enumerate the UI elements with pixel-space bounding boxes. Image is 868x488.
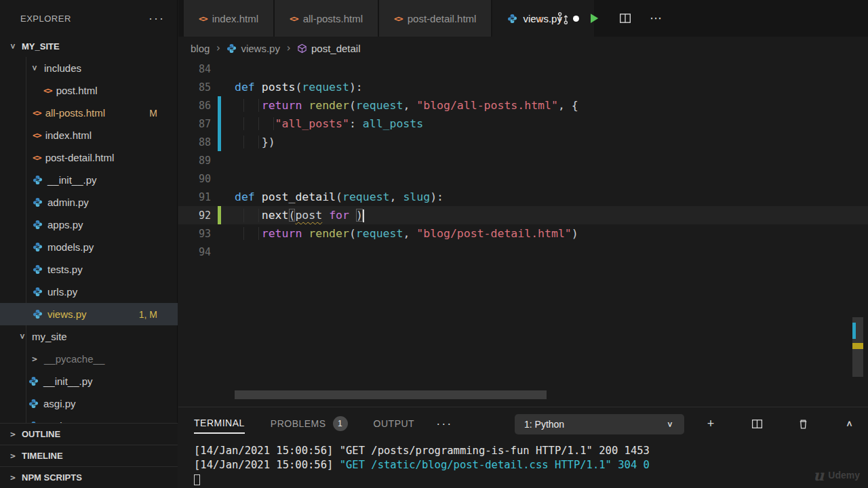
breadcrumb: blog›views.py›post_detail	[178, 37, 868, 60]
breadcrumb-item-blog[interactable]: blog	[191, 43, 210, 54]
panel-tab-problems[interactable]: PROBLEMS1	[271, 412, 348, 435]
code-line-91[interactable]: 91def post_detail(request, slug):	[178, 188, 868, 206]
tree-item-label: admin.py	[47, 197, 89, 208]
explorer-title: EXPLORER	[20, 14, 71, 24]
tree-item-models-py[interactable]: models.py	[0, 236, 178, 258]
split-terminal-button[interactable]	[749, 414, 764, 433]
code-token	[235, 227, 262, 240]
tab-all-posts-html[interactable]: <>all-posts.html	[275, 0, 378, 37]
code-line-93[interactable]: 93 return render(request, "blog/post-det…	[178, 224, 868, 243]
code-token: render	[309, 227, 349, 240]
sidebar-section-timeline[interactable]: >TIMELINE	[0, 445, 178, 466]
code-line-84[interactable]: 84	[178, 60, 868, 78]
breadcrumb-label: blog	[191, 43, 210, 54]
horizontal-scrollbar[interactable]	[235, 390, 547, 399]
tree-item-my-site[interactable]: >my_site	[0, 325, 178, 348]
tab-overflow-chevron-icon: ‹	[538, 11, 549, 26]
panel-icon-buttons: + > ×	[703, 414, 868, 433]
line-number: 87	[178, 118, 211, 130]
code-line-85[interactable]: 85def posts(request):	[178, 78, 868, 96]
code-line-90[interactable]: 90	[178, 169, 868, 188]
git-gutter-modified-bar	[218, 96, 221, 115]
code-line-92[interactable]: 92 next(post for )	[178, 206, 868, 224]
code-line-87[interactable]: 87 "all_posts": all_posts	[178, 115, 868, 133]
workspace-root-label: MY_SITE	[22, 41, 60, 52]
code-editor[interactable]: 8485def posts(request):86 return render(…	[178, 60, 868, 407]
more-actions-button[interactable]: ⋯	[648, 9, 665, 27]
code-token: all_posts	[363, 117, 423, 130]
workspace-root-row[interactable]: > MY_SITE	[0, 37, 177, 56]
terminal-line: [14/Jan/2021 15:00:56] "GET /static/blog…	[194, 458, 868, 472]
code-token: ,	[390, 190, 403, 203]
tree-item-tests-py[interactable]: tests.py	[0, 258, 178, 281]
kill-terminal-button[interactable]	[795, 414, 810, 433]
tab-post-detail-html[interactable]: <>post-detail.html	[379, 0, 491, 37]
chevron-right-icon: >	[8, 472, 18, 483]
tree-item-post-html[interactable]: <>post.html	[0, 79, 178, 102]
tree-item-urls-py[interactable]: urls.py	[0, 281, 178, 303]
terminal-timestamp: [14/Jan/2021 15:00:56]	[194, 459, 340, 471]
code-token: )	[356, 209, 363, 222]
code-content: return render(request, "blog/all-posts.h…	[235, 99, 578, 112]
bottom-panel: TERMINALPROBLEMS1OUTPUT··· 1: Python > +	[178, 407, 868, 488]
breadcrumb-item-views-py[interactable]: views.py	[226, 43, 280, 54]
chevron-down-icon: >	[18, 332, 28, 342]
code-token: , {	[558, 99, 578, 112]
panel-tab-output[interactable]: OUTPUT	[374, 414, 415, 433]
code-token: ):	[349, 81, 363, 94]
sidebar-section-npm-scripts[interactable]: >NPM SCRIPTS	[0, 466, 178, 488]
git-gutter-empty	[218, 60, 221, 78]
code-token: request	[356, 227, 403, 240]
indent-guide	[258, 99, 259, 112]
breadcrumb-item-post-detail[interactable]: post_detail	[297, 43, 361, 54]
explorer-more-icon[interactable]: ···	[149, 12, 165, 26]
code-token: post	[295, 209, 322, 222]
chevron-right-icon: >	[30, 354, 39, 364]
python-icon	[33, 309, 43, 319]
tab-index-html[interactable]: <>index.html	[184, 0, 273, 37]
open-changes-icon[interactable]	[554, 9, 572, 27]
terminal-output[interactable]: [14/Jan/2021 15:00:56] "GET /posts/progr…	[178, 440, 868, 487]
indent-guide	[258, 136, 259, 148]
breadcrumb-label: views.py	[241, 43, 280, 54]
code-line-89[interactable]: 89	[178, 151, 868, 169]
tree-item-all-posts-html[interactable]: <>all-posts.htmlM	[0, 102, 178, 124]
code-token: post_detail	[262, 190, 336, 203]
tree-item-label: tests.py	[47, 264, 83, 275]
panel-tab-terminal[interactable]: TERMINAL	[194, 413, 245, 434]
tree-item-asgi-py[interactable]: asgi.py	[0, 392, 178, 415]
code-line-86[interactable]: 86 return render(request, "blog/all-post…	[178, 96, 868, 115]
git-gutter-empty	[218, 151, 221, 169]
indent-guide	[258, 209, 259, 222]
panel-more-icon[interactable]: ···	[436, 417, 452, 431]
tree-item-index-html[interactable]: <>index.html	[0, 124, 178, 146]
git-gutter-added-bar	[218, 206, 221, 224]
tab-bar: <>index.html<>all-posts.html<>post-detai…	[178, 0, 868, 37]
run-python-button[interactable]	[585, 9, 603, 27]
udemy-watermark: u Udemy	[813, 466, 860, 484]
tree-item--init-py[interactable]: __init__.py	[0, 169, 178, 191]
tree-item-views-py[interactable]: views.py1, M	[0, 303, 178, 325]
tree-item-label: asgi.py	[43, 398, 76, 409]
code-token: :	[349, 117, 363, 130]
tree-item-admin-py[interactable]: admin.py	[0, 191, 178, 214]
tree-item-apps-py[interactable]: apps.py	[0, 214, 178, 236]
maximize-panel-button[interactable]: >	[840, 416, 859, 431]
code-token: })	[262, 136, 275, 148]
code-token: (	[349, 227, 356, 240]
terminal-message: "GET /static/blog/post-detail.css HTTP/1…	[340, 459, 650, 471]
new-terminal-button[interactable]: +	[703, 414, 718, 433]
tree-item-includes[interactable]: >includes	[0, 57, 178, 79]
tree-item--init-py[interactable]: __init__.py	[0, 370, 178, 392]
code-line-88[interactable]: 88 })	[178, 133, 868, 151]
tab-label: all-posts.html	[303, 13, 363, 24]
tab-label: index.html	[212, 13, 258, 24]
python-icon	[226, 43, 237, 54]
tree-item--pycache-[interactable]: >__pycache__	[0, 348, 178, 370]
tree-item-post-detail-html[interactable]: <>post-detail.html	[0, 146, 178, 169]
line-number: 84	[178, 63, 211, 75]
terminal-shell-select[interactable]: 1: Python >	[515, 414, 684, 434]
sidebar-section-outline[interactable]: >OUTLINE	[0, 423, 178, 445]
split-editor-button[interactable]	[616, 9, 634, 27]
code-line-94[interactable]: 94	[178, 243, 868, 261]
